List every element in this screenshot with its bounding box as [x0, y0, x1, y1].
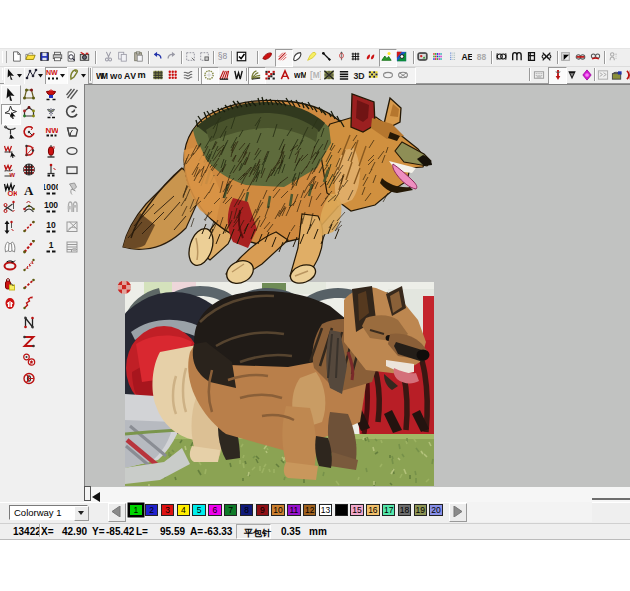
svg-text:m: m	[137, 70, 145, 80]
svg-text:1: 1	[49, 240, 54, 250]
svg-text:WM: WM	[96, 71, 108, 81]
svg-text:[M]: [M]	[310, 70, 321, 80]
svg-text:OK: OK	[8, 189, 18, 196]
svg-text:100: 100	[44, 200, 58, 210]
svg-text:wM: wM	[294, 70, 306, 80]
svg-text:AE: AE	[461, 52, 472, 62]
svg-text:10: 10	[46, 220, 56, 230]
svg-text:W0: W0	[110, 72, 122, 81]
svg-text:1000: 1000	[44, 182, 58, 192]
svg-text:§8: §8	[218, 51, 228, 61]
svg-text:NW: NW	[46, 69, 58, 76]
svg-text:A: A	[24, 183, 34, 197]
svg-text:3D: 3D	[353, 71, 364, 81]
svg-text:NW: NW	[46, 126, 59, 135]
svg-text:88: 88	[477, 52, 487, 62]
svg-text:AV: AV	[124, 71, 136, 81]
